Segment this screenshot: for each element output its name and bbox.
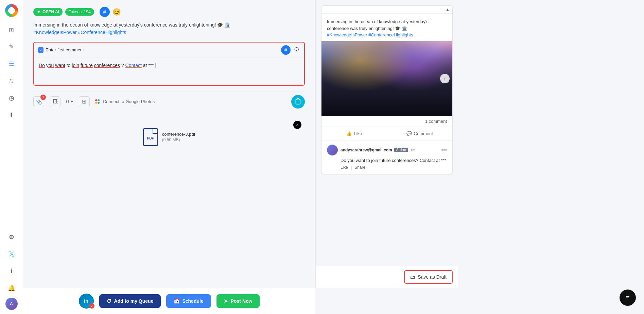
preview-scroll[interactable]: ▲ Immersing in the ocean of knowledge at… bbox=[316, 0, 458, 266]
post-text-in: in the bbox=[57, 22, 70, 28]
preview-hashtag-1: #KnowledgeIsPower bbox=[327, 32, 367, 37]
preview-image: › bbox=[321, 41, 452, 116]
loading-spinner-btn[interactable] bbox=[291, 95, 305, 109]
queue-label: Add to my Queue bbox=[114, 298, 154, 304]
post-text-immersing: Immersing bbox=[33, 22, 55, 28]
sidebar-item-bell[interactable]: 🔔 bbox=[4, 281, 19, 296]
post-text-conference: conference was truly bbox=[144, 22, 189, 28]
comment-you: you bbox=[46, 63, 54, 68]
preview-stats: 1 comment bbox=[321, 116, 452, 127]
sidebar-twitter-icon[interactable]: 𝕏 bbox=[4, 247, 19, 262]
comment-future: future bbox=[81, 63, 93, 68]
image-button[interactable]: 🖼 bbox=[50, 96, 60, 107]
comment-text: Do you want to join future conferences? … bbox=[341, 158, 447, 164]
first-comment-body[interactable]: Do you want to join future conferences ?… bbox=[34, 58, 304, 85]
sidebar-item-info[interactable]: ℹ bbox=[4, 264, 19, 279]
tokens-badge: Tokens: 194 bbox=[65, 8, 94, 16]
commenter-avatar bbox=[327, 145, 338, 155]
add-to-queue-button[interactable]: ⏱ Add to my Queue bbox=[99, 294, 161, 308]
sidebar-item-dashboard[interactable]: ⊞ bbox=[4, 22, 19, 37]
sidebar-item-settings[interactable]: ⚙ bbox=[4, 230, 19, 245]
comment-contact: Contact bbox=[125, 63, 142, 68]
layout-button[interactable]: ⊞ bbox=[79, 96, 90, 107]
author-badge: Author bbox=[394, 148, 408, 152]
post-text-enlightening: enlightening! bbox=[189, 22, 216, 28]
preview-scroll-up: ▲ bbox=[321, 6, 452, 14]
sidebar-item-downloads[interactable]: ⬇ bbox=[4, 108, 19, 122]
action-bar: in 2 ⏱ Add to my Queue 📅 Schedule ➤ Post… bbox=[23, 288, 315, 314]
comment-meta: andysarahrew@gmail.com Author 1m bbox=[341, 148, 416, 152]
first-comment-checkbox[interactable]: ✓ bbox=[38, 47, 43, 53]
sidebar-item-feed[interactable]: ≋ bbox=[4, 73, 19, 88]
hashtag-icon: # bbox=[103, 9, 106, 15]
preview-post-text: Immersing in the ocean of knowledge at y… bbox=[321, 14, 452, 41]
comment-hashtag-icon: # bbox=[284, 47, 287, 52]
emoji-button[interactable]: 😊 bbox=[112, 8, 121, 16]
file-attachment-area: PDF conference-3.pdf (0.50 MB) × bbox=[33, 117, 305, 157]
comment-do: Do bbox=[39, 63, 45, 68]
comment-emoji-button[interactable]: ☺ bbox=[293, 45, 300, 55]
chat-fab-icon: ≡ bbox=[626, 294, 630, 302]
save-draft-label: Save as Draft bbox=[418, 274, 447, 280]
attachment-button[interactable]: 📎 1 bbox=[33, 96, 44, 107]
app-logo[interactable] bbox=[5, 4, 18, 17]
post-text-of: of bbox=[84, 22, 89, 28]
google-photos-label: Connect to Google Photos bbox=[103, 99, 155, 104]
google-photos-button[interactable]: Connect to Google Photos bbox=[95, 99, 155, 104]
chat-fab-button[interactable]: ≡ bbox=[620, 290, 636, 306]
schedule-icon: 📅 bbox=[174, 298, 179, 304]
preview-actions: 👍 Like 💬 Comment bbox=[321, 127, 452, 141]
preview-next-arrow[interactable]: › bbox=[440, 74, 450, 83]
sidebar-item-compose[interactable]: ✎ bbox=[4, 39, 19, 54]
comment-icon: 💬 bbox=[406, 131, 412, 136]
sidebar-item-posts[interactable]: ☰ bbox=[4, 56, 19, 71]
comment-button[interactable]: 💬 Comment bbox=[387, 128, 453, 139]
like-button[interactable]: 👍 Like bbox=[321, 128, 387, 139]
toolbar-icons: # 😊 bbox=[100, 7, 121, 17]
gif-label: GIF bbox=[66, 99, 73, 104]
save-as-draft-button[interactable]: 🗃 Save as Draft bbox=[404, 270, 453, 284]
file-card: PDF conference-3.pdf (0.50 MB) bbox=[138, 124, 201, 150]
media-toolbar: 📎 1 🖼 GIF ⊞ bbox=[33, 91, 305, 112]
sidebar-avatar[interactable]: A bbox=[5, 298, 18, 310]
preview-hashtag-2: #ConferenceHighlights bbox=[368, 32, 413, 37]
file-remove-button[interactable]: × bbox=[293, 121, 301, 129]
preview-comment: andysarahrew@gmail.com Author 1m ••• Do … bbox=[321, 141, 452, 174]
draft-btn-row: 🗃 Save as Draft bbox=[316, 266, 458, 288]
linkedin-in-text: in bbox=[84, 298, 88, 304]
google-photos-icon bbox=[95, 99, 100, 104]
openai-badge[interactable]: ✦ OPEN AI bbox=[33, 8, 63, 16]
first-comment-text: Enter first comment bbox=[46, 47, 84, 52]
first-comment-label: ✓ Enter first comment bbox=[38, 47, 84, 53]
sidebar: ⊞ ✎ ☰ ≋ ◷ ⬇ ⚙ 𝕏 ℹ 🔔 A bbox=[0, 0, 23, 314]
attachment-badge: 1 bbox=[40, 95, 46, 100]
file-size: (0.50 MB) bbox=[162, 137, 195, 142]
layout-icon: ⊞ bbox=[79, 96, 90, 107]
sidebar-item-analytics[interactable]: ◷ bbox=[4, 90, 19, 105]
comment-want: want bbox=[55, 63, 65, 68]
gif-button[interactable]: GIF bbox=[66, 99, 73, 104]
file-info: conference-3.pdf (0.50 MB) bbox=[162, 132, 195, 142]
image-icon: 🖼 bbox=[50, 96, 60, 107]
post-now-label: Post Now bbox=[231, 298, 253, 304]
comment-share-link[interactable]: Share bbox=[354, 165, 365, 170]
hashtag-button[interactable]: # bbox=[100, 7, 110, 17]
comment-more-options[interactable]: ••• bbox=[441, 147, 447, 153]
scroll-up-arrow[interactable]: ▲ bbox=[446, 7, 450, 12]
editor-area: ✦ OPEN AI Tokens: 194 # 😊 Immersing in t… bbox=[23, 0, 315, 288]
like-label: Like bbox=[354, 131, 362, 136]
post-text-yesterday: yesterday's bbox=[119, 22, 142, 28]
linkedin-avatar[interactable]: in 2 bbox=[79, 294, 94, 309]
post-text-editor[interactable]: Immersing in the ocean of knowledge at y… bbox=[33, 21, 305, 36]
first-comment-box: ✓ Enter first comment # ☺ Do you bbox=[33, 42, 305, 86]
comment-join: join bbox=[72, 63, 79, 68]
schedule-button[interactable]: 📅 Schedule bbox=[166, 294, 211, 308]
comment-actions: Like | Share bbox=[341, 165, 447, 170]
comment-like-link[interactable]: Like bbox=[341, 165, 348, 170]
post-now-button[interactable]: ➤ Post Now bbox=[216, 294, 260, 308]
preview-image-crowd bbox=[321, 41, 452, 116]
comment-toolbar-icons: # ☺ bbox=[281, 45, 300, 55]
comment-hashtag-button[interactable]: # bbox=[281, 45, 291, 55]
comment-conferences: conferences bbox=[94, 63, 120, 68]
first-comment-header: ✓ Enter first comment # ☺ bbox=[34, 43, 304, 58]
